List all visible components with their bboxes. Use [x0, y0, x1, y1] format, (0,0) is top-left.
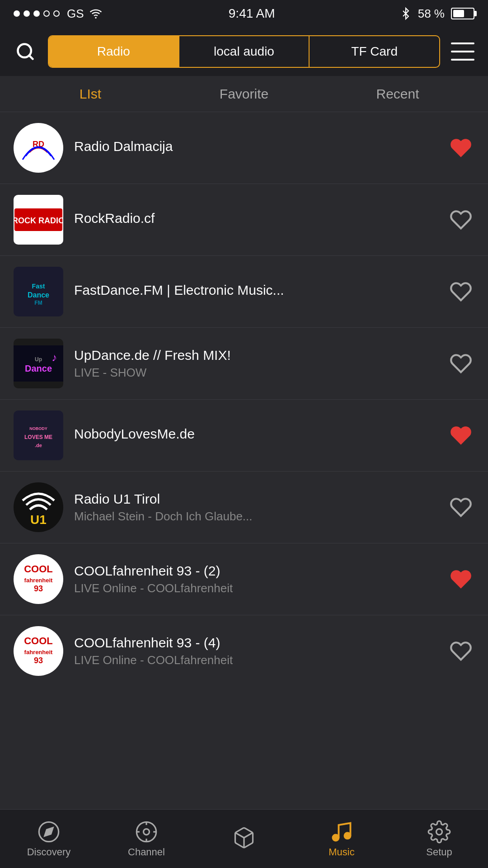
- svg-text:93: 93: [34, 584, 43, 593]
- rock-logo-svg: ROCK RADIO: [14, 206, 63, 233]
- list-item[interactable]: NOBODY LOVES ME .de NobodyLovesMe.de: [0, 400, 488, 472]
- station-name: UpDance.de // Fresh MIX!: [74, 348, 436, 363]
- station-name: COOLfahrenheit 93 - (2): [74, 563, 436, 579]
- favorite-button[interactable]: [447, 494, 474, 521]
- list-item[interactable]: Fast Dance FM FastDance.FM | Electronic …: [0, 256, 488, 328]
- svg-text:93: 93: [34, 656, 43, 665]
- station-name: Radio U1 Tirol: [74, 491, 436, 507]
- search-icon: [15, 42, 35, 61]
- cool-logo-svg: COOL fahrenheit 93: [14, 554, 63, 604]
- svg-marker-31: [45, 827, 53, 835]
- nav-label-discovery: Discovery: [27, 846, 71, 858]
- favorite-button[interactable]: [447, 422, 474, 449]
- channel-icon: [135, 820, 158, 844]
- header: Radio local audio TF Card: [0, 27, 488, 76]
- station-subtitle: LIVE Online - COOLfahrenheit: [74, 653, 436, 667]
- svg-point-33: [144, 829, 150, 835]
- favorite-button[interactable]: [447, 278, 474, 305]
- svg-text:COOL: COOL: [24, 563, 53, 575]
- favorite-button[interactable]: [447, 566, 474, 593]
- list-item[interactable]: COOL fahrenheit 93 COOLfahrenheit 93 - (…: [0, 543, 488, 615]
- station-logo: Fast Dance FM: [14, 267, 63, 316]
- list-item[interactable]: RD Radio Dalmacija: [0, 112, 488, 184]
- nav-item-channel[interactable]: Channel: [98, 820, 195, 858]
- subtab-favorite[interactable]: Favorite: [167, 76, 321, 112]
- station-name: FastDance.FM | Electronic Music...: [74, 283, 436, 298]
- menu-line-2: [451, 51, 474, 52]
- svg-text:Up: Up: [35, 356, 42, 363]
- tab-radio[interactable]: Radio: [49, 36, 179, 67]
- station-logo: U1: [14, 482, 63, 532]
- tab-tf-card[interactable]: TF Card: [310, 36, 439, 67]
- menu-line-1: [451, 42, 474, 44]
- menu-button[interactable]: [451, 42, 474, 61]
- nav-label-channel: Channel: [128, 846, 165, 858]
- svg-text:fahrenheit: fahrenheit: [24, 649, 53, 656]
- nav-label-setup: Setup: [426, 846, 452, 858]
- station-info: Radio Dalmacija: [63, 139, 447, 157]
- station-name: NobodyLovesMe.de: [74, 426, 436, 442]
- heart-outline-icon: [450, 280, 472, 303]
- svg-point-32: [136, 822, 156, 841]
- favorite-button[interactable]: [447, 350, 474, 377]
- music-icon: [330, 820, 353, 844]
- updance-logo-svg: Up Dance ♪: [14, 345, 63, 382]
- station-info: FastDance.FM | Electronic Music...: [63, 283, 447, 301]
- nav-item-setup[interactable]: Setup: [390, 820, 488, 858]
- carrier-label: GS: [67, 7, 84, 21]
- list-item[interactable]: U1 Radio U1 Tirol Michael Stein - Doch I…: [0, 472, 488, 543]
- status-left: GS: [14, 7, 104, 21]
- cool2-logo-svg: COOL fahrenheit 93: [14, 626, 63, 676]
- bottom-nav: Discovery Channel Music: [0, 809, 488, 868]
- station-logo: Up Dance ♪: [14, 339, 63, 388]
- source-tab-group: Radio local audio TF Card: [48, 35, 440, 68]
- sub-tabs: LIst Favorite Recent: [0, 76, 488, 112]
- favorite-button[interactable]: [447, 134, 474, 161]
- subtab-recent[interactable]: Recent: [321, 76, 474, 112]
- station-info: UpDance.de // Fresh MIX! LIVE - SHOW: [63, 348, 447, 380]
- battery-bar: [451, 8, 474, 19]
- status-right: 58 %: [400, 7, 474, 21]
- station-subtitle: Michael Stein - Doch Ich Glaube...: [74, 509, 436, 524]
- tab-local-audio[interactable]: local audio: [179, 36, 310, 67]
- u1-logo-svg: U1: [14, 482, 63, 532]
- svg-text:fahrenheit: fahrenheit: [24, 577, 53, 584]
- menu-line-3: [451, 59, 474, 61]
- fast-logo-svg: Fast Dance FM: [14, 276, 63, 307]
- signal-dot-5: [53, 10, 60, 17]
- list-item[interactable]: Up Dance ♪ UpDance.de // Fresh MIX! LIVE…: [0, 328, 488, 400]
- nav-label-music: Music: [328, 846, 354, 858]
- favorite-button[interactable]: [447, 637, 474, 665]
- rd-logo-svg: RD: [16, 125, 61, 170]
- svg-text:ROCK RADIO: ROCK RADIO: [14, 216, 63, 225]
- station-info: COOLfahrenheit 93 - (4) LIVE Online - CO…: [63, 635, 447, 667]
- station-logo: NOBODY LOVES ME .de: [14, 410, 63, 460]
- station-name: Radio Dalmacija: [74, 139, 436, 154]
- search-button[interactable]: [14, 40, 37, 63]
- nav-item-discovery[interactable]: Discovery: [0, 820, 98, 858]
- svg-text:Dance: Dance: [28, 291, 49, 299]
- svg-text:Fast: Fast: [32, 283, 45, 290]
- heart-filled-icon: [450, 424, 472, 447]
- favorite-button[interactable]: [447, 206, 474, 233]
- station-logo: COOL fahrenheit 93: [14, 554, 63, 604]
- station-info: Radio U1 Tirol Michael Stein - Doch Ich …: [63, 491, 447, 524]
- heart-filled-icon: [450, 137, 472, 159]
- nav-item-home[interactable]: [195, 826, 293, 852]
- status-bar: GS 9:41 AM 58 %: [0, 0, 488, 27]
- station-subtitle: LIVE Online - COOLfahrenheit: [74, 581, 436, 595]
- station-list: RD Radio Dalmacija ROCK RADIO Ro: [0, 112, 488, 809]
- list-item[interactable]: COOL fahrenheit 93 COOLfahrenheit 93 - (…: [0, 615, 488, 687]
- svg-text:NOBODY: NOBODY: [29, 426, 47, 431]
- list-item[interactable]: ROCK RADIO RockRadio.cf: [0, 184, 488, 256]
- station-info: RockRadio.cf: [63, 211, 447, 229]
- svg-point-41: [436, 829, 442, 835]
- svg-line-2: [29, 56, 33, 59]
- svg-point-40: [345, 833, 351, 839]
- subtab-list[interactable]: LIst: [14, 76, 167, 112]
- wifi-icon: [88, 7, 104, 20]
- signal-dot-2: [23, 10, 30, 17]
- svg-text:U1: U1: [30, 513, 47, 527]
- nav-item-music[interactable]: Music: [293, 820, 390, 858]
- station-logo: RD: [14, 123, 63, 173]
